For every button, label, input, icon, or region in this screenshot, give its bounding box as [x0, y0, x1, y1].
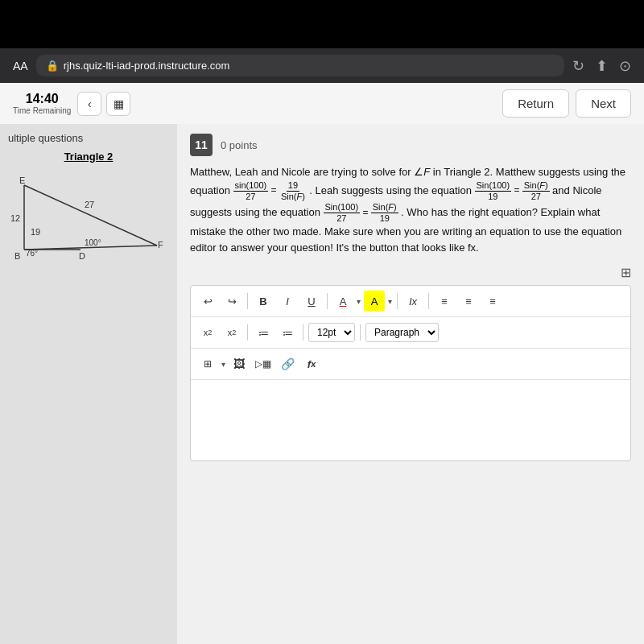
- equation-button[interactable]: fx: [301, 353, 322, 374]
- separator6: [303, 324, 303, 341]
- align-left-button[interactable]: ≡: [434, 291, 455, 312]
- svg-text:12: 12: [10, 213, 20, 223]
- question-points: 0 points: [221, 139, 258, 151]
- share-icon[interactable]: ⬆: [596, 57, 608, 75]
- separator5: [247, 324, 248, 341]
- subscript-button[interactable]: x2: [221, 322, 242, 343]
- redo-button[interactable]: ↪: [221, 291, 242, 312]
- table-arrow[interactable]: ▾: [221, 360, 225, 369]
- highlight-arrow[interactable]: ▾: [388, 297, 392, 306]
- bold-button[interactable]: B: [253, 291, 274, 312]
- svg-text:B: B: [14, 251, 20, 261]
- url-text: rjhs.quiz-lti-iad-prod.instructure.com: [64, 60, 230, 72]
- question-header: 11 0 points: [190, 134, 631, 156]
- svg-text:76°: 76°: [26, 249, 38, 258]
- calculator-button[interactable]: ▦: [106, 92, 130, 116]
- toolbar-row3: ⊞ ▾ 🖼 ▷▦ 🔗 fx: [191, 349, 630, 380]
- ordered-list-button[interactable]: ≔: [277, 322, 298, 343]
- editor-content[interactable]: [191, 380, 630, 460]
- underline-button[interactable]: U: [301, 291, 322, 312]
- toolbar-row1: ↩ ↪ B I U A ▾ A ▾ Ix ≡ ≡ ≡: [191, 286, 630, 317]
- font-color-arrow[interactable]: ▾: [357, 297, 361, 306]
- grid-icon[interactable]: ⊞: [621, 265, 631, 280]
- timer-info: 14:40 Time Remaining: [13, 92, 71, 115]
- timer-value: 14:40: [26, 92, 59, 106]
- svg-text:D: D: [79, 251, 85, 261]
- svg-text:100°: 100°: [85, 238, 101, 247]
- separator7: [360, 324, 361, 341]
- address-bar-row: AA 🔒 rjhs.quiz-lti-iad-prod.instructure.…: [0, 48, 644, 83]
- refresh-icon[interactable]: ↻: [572, 57, 584, 75]
- svg-line-0: [24, 185, 157, 246]
- highlight-button[interactable]: A: [364, 291, 385, 312]
- address-bar[interactable]: 🔒 rjhs.quiz-lti-iad-prod.instructure.com: [36, 55, 564, 76]
- media-button[interactable]: ▷▦: [253, 353, 274, 374]
- separator4: [428, 293, 429, 309]
- triangle-diagram: E F B D 27 12 19 100° 76°: [8, 169, 169, 298]
- equation-icon-area: ⊞: [190, 265, 631, 280]
- paragraph-select[interactable]: Paragraph Heading 1 Heading 2: [365, 323, 439, 342]
- panel-title: ultiple questions: [8, 132, 169, 144]
- svg-text:19: 19: [31, 227, 40, 237]
- svg-text:27: 27: [85, 200, 94, 209]
- undo-button[interactable]: ↩: [197, 291, 218, 312]
- browser-chrome: AA 🔒 rjhs.quiz-lti-iad-prod.instructure.…: [0, 48, 644, 83]
- link-button[interactable]: 🔗: [277, 353, 298, 374]
- image-button[interactable]: 🖼: [229, 353, 250, 374]
- timer-bar: 14:40 Time Remaining ‹ ▦ Return Next: [0, 83, 644, 124]
- triangle-title: Triangle 2: [8, 151, 169, 163]
- toolbar-row2: x2 x2 ≔ ≔ 12pt 10pt 14pt 16pt Paragraph: [191, 317, 630, 349]
- align-right-button[interactable]: ≡: [482, 291, 503, 312]
- bullet-list-button[interactable]: ≔: [253, 322, 274, 343]
- align-center-button[interactable]: ≡: [458, 291, 479, 312]
- italic-button[interactable]: I: [277, 291, 298, 312]
- table-button[interactable]: ⊞: [197, 353, 218, 374]
- separator2: [327, 293, 328, 309]
- editor-area: ↩ ↪ B I U A ▾ A ▾ Ix ≡ ≡ ≡: [190, 285, 631, 461]
- font-color-button[interactable]: A: [332, 291, 353, 312]
- lock-icon: 🔒: [46, 60, 59, 72]
- return-button[interactable]: Return: [502, 89, 569, 118]
- main-content: ultiple questions Triangle 2: [0, 124, 644, 644]
- back-button[interactable]: ‹: [77, 92, 101, 116]
- aa-button[interactable]: AA: [13, 60, 28, 72]
- question-text: Matthew, Leah and Nicole are trying to s…: [190, 164, 631, 255]
- right-panel: 11 0 points Matthew, Leah and Nicole are…: [177, 124, 644, 644]
- font-size-select[interactable]: 12pt 10pt 14pt 16pt: [308, 323, 355, 342]
- next-button[interactable]: Next: [576, 89, 631, 118]
- clear-format-button[interactable]: Ix: [402, 291, 423, 312]
- browser-icons: ↻ ⬆ ⊙: [572, 57, 631, 75]
- svg-text:F: F: [158, 240, 163, 250]
- separator1: [247, 293, 248, 309]
- timer-controls: ‹ ▦: [77, 92, 130, 116]
- top-status-bar: [0, 0, 644, 48]
- separator3: [397, 293, 398, 309]
- svg-text:E: E: [19, 175, 25, 185]
- left-panel: ultiple questions Triangle 2: [0, 124, 177, 644]
- superscript-button[interactable]: x2: [197, 322, 218, 343]
- question-number: 11: [190, 134, 213, 156]
- timer-label: Time Remaining: [13, 106, 71, 115]
- bookmark-icon[interactable]: ⊙: [619, 57, 631, 75]
